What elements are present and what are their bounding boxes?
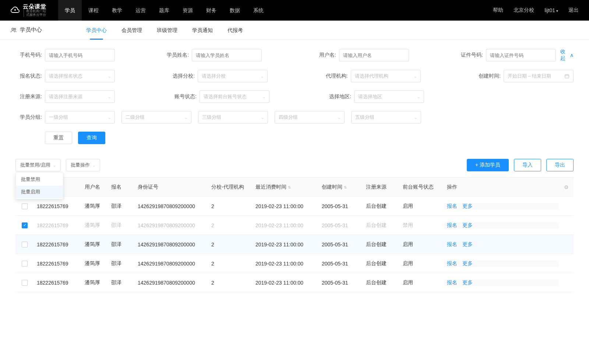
agent-select[interactable]: 请选择代理机构⌄ <box>351 70 421 82</box>
collapse-toggle[interactable]: 收起 ∧ <box>560 49 574 62</box>
topnav-item-4[interactable]: 题库 <box>152 0 176 21</box>
row-enroll-link[interactable]: 报名 <box>447 222 457 229</box>
topnav-item-6[interactable]: 财务 <box>200 0 223 21</box>
table-row: 18222615769潘筠厚邵泽142629198708092000002201… <box>15 254 574 273</box>
phone-input[interactable] <box>45 49 115 61</box>
topnav-item-3[interactable]: 运营 <box>129 0 152 21</box>
logout-link[interactable]: 退出 <box>568 7 579 14</box>
sort-icon: ⇅ <box>288 185 291 189</box>
subnav-tab-0[interactable]: 学员中心 <box>86 21 107 40</box>
subnav-tab-1[interactable]: 会员管理 <box>121 21 142 40</box>
cell-username: 潘筠厚 <box>82 279 108 286</box>
cell-username: 潘筠厚 <box>82 203 108 210</box>
chevron-down-icon: ⌄ <box>417 95 420 99</box>
branch-select[interactable]: 请选择分校⌄ <box>198 70 268 82</box>
table-row: 18222615769潘筠厚邵泽142629198708092000002201… <box>15 235 574 254</box>
cell-idno: 14262919870809200000 <box>135 280 208 286</box>
cell-idno: 14262919870809200000 <box>135 261 208 267</box>
topnav-item-2[interactable]: 教学 <box>105 0 129 21</box>
chevron-down-icon: ⌄ <box>414 74 417 78</box>
subnav-tab-2[interactable]: 班级管理 <box>157 21 177 40</box>
table-toolbar: 批量禁用/启用 ⌄ 批量操作 ⌄ 批量禁用 批量启用 + 添加学员 导入 导出 <box>0 155 589 177</box>
reset-button[interactable]: 重置 <box>45 132 72 144</box>
import-button[interactable]: 导入 <box>514 159 541 171</box>
row-more-link[interactable]: 更多 <box>462 260 473 267</box>
users-icon <box>10 27 17 33</box>
topnav-item-8[interactable]: 系统 <box>247 0 270 21</box>
chevron-up-icon: ∧ <box>570 52 574 58</box>
cell-branch: 2 <box>208 242 253 247</box>
topnav-item-7[interactable]: 数据 <box>223 0 247 21</box>
cell-enroll: 邵泽 <box>108 241 135 248</box>
region-label: 选择地区: <box>325 93 351 100</box>
group-level-select-1[interactable]: 一级分组⌄ <box>45 111 115 124</box>
row-checkbox[interactable] <box>22 261 28 267</box>
idno-input[interactable] <box>486 49 556 61</box>
username-input[interactable] <box>339 49 409 61</box>
group-level-select-5[interactable]: 五级分组⌄ <box>351 111 421 124</box>
acct-status-select[interactable]: 请选择前台账号状态⌄ <box>200 90 269 103</box>
row-checkbox[interactable]: ✓ <box>22 222 28 228</box>
cell-lastconsume: 2019-02-23 11:00:00 <box>253 242 319 247</box>
cell-phone: 18222615769 <box>34 261 82 267</box>
cell-idno: 14262919870809200000 <box>135 242 208 247</box>
export-button[interactable]: 导出 <box>546 159 574 171</box>
dropdown-item-enable[interactable]: 批量启用 <box>16 186 63 198</box>
row-enroll-link[interactable]: 报名 <box>447 260 457 267</box>
group-level-select-3[interactable]: 三级分组⌄ <box>198 111 268 124</box>
topnav-item-1[interactable]: 课程 <box>82 0 105 21</box>
create-time-range[interactable]: 开始日期 – 结束日期 <box>504 70 574 82</box>
bulk-ops-select[interactable]: 批量操作 ⌄ <box>66 159 100 171</box>
enroll-status-select[interactable]: 请选择报名状态⌄ <box>45 70 115 82</box>
row-enroll-link[interactable]: 报名 <box>447 279 457 286</box>
cell-branch: 2 <box>208 203 253 209</box>
chevron-down-icon: ⌄ <box>414 115 417 119</box>
row-more-link[interactable]: 更多 <box>462 203 473 210</box>
name-input[interactable] <box>192 49 262 61</box>
students-table: 用户名 报名 身份证号 分校-代理机构 最近消费时间⇅ 创建时间⇅ 注册来源 前… <box>15 177 574 292</box>
cell-username: 潘筠厚 <box>82 222 108 229</box>
col-enroll: 报名 <box>108 184 135 190</box>
row-checkbox[interactable] <box>22 242 28 247</box>
subnav-tab-4[interactable]: 代报考 <box>228 21 243 40</box>
table-row: ✓18222615769潘筠厚邵泽14262919870809200000220… <box>15 216 574 235</box>
topnav-item-0[interactable]: 学员 <box>58 0 82 21</box>
region-select[interactable]: 请选择地区⌄ <box>354 90 424 103</box>
cell-regsource: 后台创建 <box>363 260 400 267</box>
cell-branch: 2 <box>208 280 253 286</box>
cell-branch: 2 <box>208 261 253 267</box>
user-menu[interactable]: lijt01 <box>544 7 558 13</box>
logo[interactable]: 云朵课堂 教育机构一站式服务云平台 <box>10 4 46 17</box>
add-student-button[interactable]: + 添加学员 <box>467 159 509 171</box>
agent-label: 代理机构: <box>321 73 348 79</box>
group-level-select-2[interactable]: 二级分组⌄ <box>121 111 191 124</box>
row-enroll-link[interactable]: 报名 <box>447 241 457 248</box>
branch-link[interactable]: 北京分校 <box>514 7 534 14</box>
cell-lastconsume: 2019-02-23 11:00:00 <box>253 203 319 209</box>
topnav-item-5[interactable]: 资源 <box>176 0 200 21</box>
row-more-link[interactable]: 更多 <box>462 222 473 229</box>
cell-enroll: 邵泽 <box>108 222 135 229</box>
chevron-down-icon: ⌄ <box>53 163 56 167</box>
dropdown-item-disable[interactable]: 批量禁用 <box>16 173 63 186</box>
search-button[interactable]: 查询 <box>78 132 105 144</box>
row-more-link[interactable]: 更多 <box>462 279 473 286</box>
top-bar: 云朵课堂 教育机构一站式服务云平台 学员课程教学运营题库资源财务数据系统 帮助 … <box>0 0 589 21</box>
col-branch: 分校-代理机构 <box>208 184 253 190</box>
sort-icon: ⇅ <box>344 185 347 189</box>
col-createtime[interactable]: 创建时间⇅ <box>319 184 363 190</box>
reg-source-select[interactable]: 请选择注册来源⌄ <box>45 90 115 103</box>
row-more-link[interactable]: 更多 <box>462 241 473 248</box>
row-checkbox[interactable] <box>22 203 28 209</box>
cell-phone: 18222615769 <box>34 242 82 247</box>
subnav-tab-3[interactable]: 学员通知 <box>192 21 213 40</box>
help-link[interactable]: 帮助 <box>493 7 503 14</box>
row-checkbox[interactable] <box>22 280 28 286</box>
group-level-select-4[interactable]: 四级分组⌄ <box>275 111 345 124</box>
bulk-toggle-select[interactable]: 批量禁用/启用 ⌄ <box>15 159 61 171</box>
cell-createtime: 2005-05-31 <box>319 242 363 247</box>
row-enroll-link[interactable]: 报名 <box>447 203 457 210</box>
table-settings-icon[interactable]: ⚙ <box>559 184 574 190</box>
cell-regsource: 后台创建 <box>363 203 400 210</box>
col-lastconsume[interactable]: 最近消费时间⇅ <box>253 184 319 190</box>
